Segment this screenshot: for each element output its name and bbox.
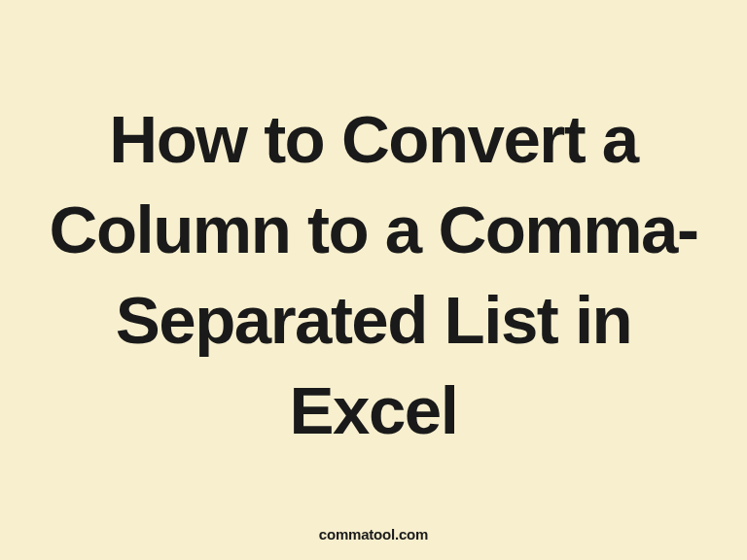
page-title: How to Convert a Column to a Comma-Separ… — [0, 94, 747, 457]
site-attribution: commatool.com — [319, 526, 428, 542]
